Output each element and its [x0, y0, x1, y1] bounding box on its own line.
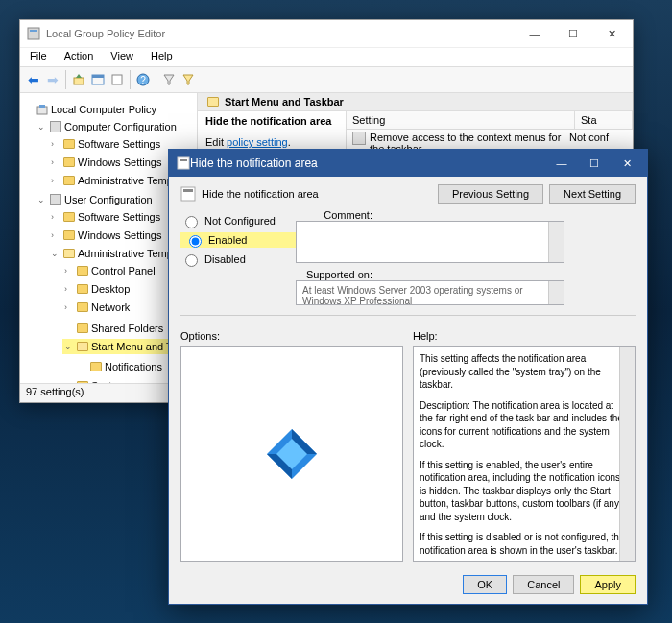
column-header-setting[interactable]: Setting	[347, 111, 575, 129]
apply-button[interactable]: Apply	[580, 575, 636, 594]
help-button[interactable]: ?	[133, 70, 153, 89]
tree-cc-software[interactable]: ›Software Settings	[49, 136, 162, 152]
dialog-close-button[interactable]: ✕	[611, 150, 643, 177]
filter-button[interactable]	[159, 70, 179, 89]
comment-input[interactable]	[296, 221, 564, 263]
tree-notifications[interactable]: Notifications	[76, 359, 164, 374]
list-header: Start Menu and Taskbar	[198, 93, 633, 111]
svg-text:?: ?	[140, 75, 146, 85]
tree-user-config[interactable]: ⌄User Configuration	[36, 192, 155, 207]
app-icon	[26, 26, 41, 41]
next-setting-button[interactable]: Next Setting	[549, 184, 636, 204]
previous-setting-button[interactable]: Previous Setting	[438, 184, 543, 204]
help-label: Help:	[413, 330, 636, 342]
dialog-icon	[177, 156, 190, 170]
svg-rect-5	[112, 75, 122, 84]
menu-file[interactable]: File	[22, 48, 55, 66]
dialog-titlebar[interactable]: Hide the notification area — ☐ ✕	[169, 150, 647, 177]
setting-name: Hide the notification area	[202, 188, 319, 200]
back-button[interactable]: ⬅	[24, 70, 43, 89]
setting-icon	[352, 132, 366, 145]
tree-network[interactable]: ›Network	[62, 300, 132, 315]
column-header-state[interactable]: Sta	[575, 111, 633, 129]
state-radio-group: Not Configured Enabled Disabled	[180, 209, 296, 305]
tree-uc-windows[interactable]: ›Windows Settings	[49, 228, 163, 243]
forward-button[interactable]: ➡	[43, 70, 62, 89]
selected-setting-title: Hide the notification area	[205, 115, 338, 127]
edit-policy-link[interactable]: policy setting	[227, 136, 288, 148]
watermark-logo-icon	[263, 425, 321, 483]
menubar: File Action View Help	[20, 47, 633, 66]
svg-rect-9	[39, 105, 45, 108]
setting-icon	[180, 186, 196, 202]
options-panel	[180, 346, 403, 562]
titlebar[interactable]: Local Group Policy Editor — ☐ ✕	[20, 20, 633, 47]
svg-rect-4	[92, 75, 104, 78]
tree-shared-folders[interactable]: Shared Folders	[62, 321, 165, 336]
tree-uc-software[interactable]: ›Software Settings	[49, 209, 162, 225]
menu-view[interactable]: View	[103, 48, 141, 66]
help-panel[interactable]: This setting affects the notification ar…	[413, 346, 636, 562]
svg-rect-14	[183, 189, 193, 192]
radio-not-configured[interactable]: Not Configured	[180, 213, 296, 228]
ok-button[interactable]: OK	[463, 575, 507, 594]
radio-disabled[interactable]: Disabled	[180, 252, 296, 267]
tree-computer-config[interactable]: ⌄Computer Configuration	[36, 119, 179, 134]
up-button[interactable]	[69, 70, 88, 89]
menu-action[interactable]: Action	[57, 48, 102, 66]
policy-dialog: Hide the notification area — ☐ ✕ Hide th…	[168, 149, 648, 605]
toolbar: ⬅ ➡ ?	[20, 66, 633, 93]
close-button[interactable]: ✕	[592, 22, 631, 45]
comment-label: Comment:	[296, 209, 372, 221]
tree-cc-windows[interactable]: ›Windows Settings	[49, 155, 163, 170]
svg-rect-8	[37, 107, 47, 114]
dialog-minimize-button[interactable]: —	[545, 150, 578, 177]
svg-rect-12	[180, 159, 187, 161]
export-button[interactable]	[108, 70, 127, 89]
folder-icon	[207, 97, 219, 107]
supported-on-label: Supported on:	[296, 269, 372, 280]
cancel-button[interactable]: Cancel	[513, 575, 574, 594]
window-title: Local Group Policy Editor	[46, 28, 516, 39]
radio-enabled[interactable]: Enabled	[180, 232, 296, 248]
svg-rect-1	[30, 30, 37, 32]
maximize-button[interactable]: ☐	[554, 22, 592, 45]
svg-rect-11	[178, 157, 189, 169]
options-label: Options:	[180, 330, 403, 342]
dialog-maximize-button[interactable]: ☐	[578, 150, 611, 177]
tree-root[interactable]: Local Computer Policy	[22, 102, 158, 117]
dialog-title: Hide the notification area	[190, 156, 545, 170]
show-hide-button[interactable]	[88, 70, 108, 89]
svg-rect-2	[74, 78, 84, 84]
filter-options-button[interactable]	[179, 70, 198, 89]
minimize-button[interactable]: —	[516, 22, 554, 45]
supported-on-text: At least Windows Server 2003 operating s…	[296, 280, 564, 305]
menu-help[interactable]: Help	[143, 48, 180, 66]
tree-control-panel[interactable]: ›Control Panel	[62, 263, 157, 278]
tree-desktop[interactable]: ›Desktop	[62, 281, 132, 297]
svg-rect-0	[28, 28, 39, 39]
